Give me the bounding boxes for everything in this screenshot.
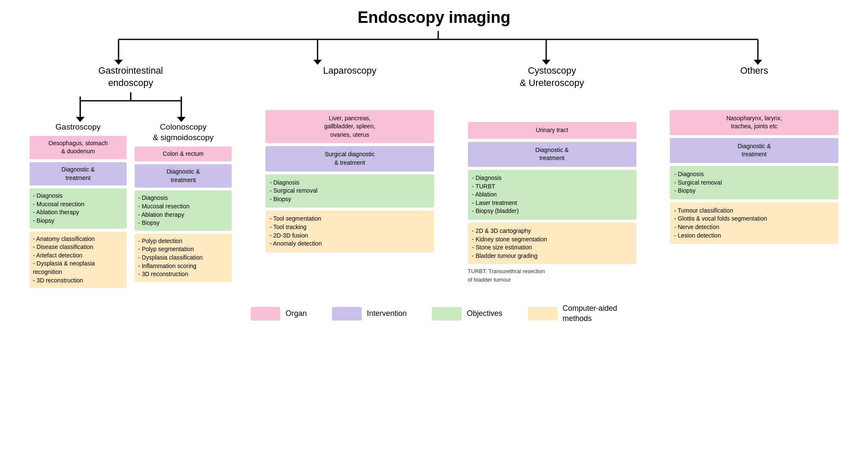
legend-computer-box (528, 307, 558, 321)
column-gi: Gastrointestinal endoscopy Gastrosc (30, 65, 232, 291)
svg-marker-13 (76, 117, 85, 122)
gi-branch-svg (30, 92, 232, 122)
legend-intervention-box (332, 307, 362, 321)
legend-objectives-label: Objectives (467, 309, 502, 318)
laparoscopy-organ: Liver, pancreas, gallbladder, spleen, ov… (265, 110, 434, 144)
cystoscopy-intervention: Diagnostic & treatment (468, 142, 636, 167)
colonoscopy-organ: Colon & rectum (135, 147, 232, 162)
cystoscopy-title: Cystoscopy & Ureteroscopy (520, 65, 584, 89)
legend-computer-label: Computer-aided methods (563, 304, 617, 323)
others-organ: Nasopharynx, larynx, trachea, joints etc (670, 110, 838, 135)
svg-marker-14 (177, 117, 186, 122)
cystoscopy-objectives: - Diagnosis - TURBT - Ablation - Laser t… (468, 170, 636, 220)
svg-marker-8 (754, 60, 762, 65)
cystoscopy-computer: - 2D & 3D cartography - Kidney stone seg… (468, 223, 636, 264)
laparoscopy-title: Laparoscopy (323, 65, 376, 77)
colonoscopy-intervention: Diagnostic & treatment (135, 164, 232, 188)
svg-marker-6 (313, 60, 322, 65)
columns-container: Gastrointestinal endoscopy Gastrosc (8, 65, 860, 291)
others-computer: - Tumour classification - Glottis & voca… (670, 202, 838, 244)
cystoscopy-organ: Urinary tract (468, 122, 636, 139)
legend-objectives-box (432, 307, 462, 321)
gastroscopy-organ: Oesophagus, stomach & duodenum (30, 136, 127, 159)
legend-organ-label: Organ (285, 309, 307, 318)
laparoscopy-intervention: Surgical diagnostic & treatment (265, 146, 434, 171)
colonoscopy-computer: - Polyp detection - Polyp segmentation -… (135, 234, 232, 282)
others-title: Others (740, 65, 768, 77)
top-connecting-lines (8, 31, 860, 65)
cystoscopy-note: TURBT: Transurethral resection of bladde… (468, 267, 636, 284)
main-title: Endoscopy imaging (8, 8, 860, 27)
legend: Organ Intervention Objectives Computer-a… (8, 304, 860, 323)
gastroscopy-computer: - Anatomy classification - Disease class… (30, 232, 127, 288)
legend-computer: Computer-aided methods (528, 304, 617, 323)
colonoscopy-column: Colonoscopy & sigmoidoscopy Colon & rect… (135, 122, 232, 291)
svg-marker-7 (542, 60, 550, 65)
legend-objectives: Objectives (432, 307, 502, 321)
gi-title: Gastrointestinal endoscopy (98, 65, 163, 89)
laparoscopy-computer: - Tool segmentation - Tool tracking - 2D… (265, 210, 434, 252)
gastroscopy-intervention: Diagnostic & treatment (30, 162, 127, 185)
others-objectives: - Diagnosis - Surgical removal - Biopsy (670, 166, 838, 199)
column-laparoscopy: Laparoscopy Liver, pancreas, gallbladder… (265, 65, 434, 255)
gastroscopy-objectives: - Diagnosis - Mucosal resection - Ablati… (30, 188, 127, 228)
svg-marker-5 (114, 60, 123, 65)
column-others: Others Nasopharynx, larynx, trachea, joi… (670, 65, 838, 247)
gastroscopy-title: Gastroscopy (55, 122, 101, 133)
laparoscopy-objectives: - Diagnosis - Surgical removal - Biopsy (265, 174, 434, 208)
gi-sub-columns: Gastroscopy Oesophagus, stomach & duoden… (30, 122, 232, 291)
column-cystoscopy: Cystoscopy & Ureteroscopy Urinary tract … (468, 65, 636, 284)
gastroscopy-column: Gastroscopy Oesophagus, stomach & duoden… (30, 122, 127, 291)
legend-organ: Organ (251, 307, 307, 321)
main-container: Endoscopy imaging Gastrointestinal endos… (8, 8, 860, 323)
legend-intervention: Intervention (332, 307, 406, 321)
colonoscopy-objectives: - Diagnosis - Mucosal resection - Ablati… (135, 191, 232, 230)
others-intervention: Diagnostic & treatment (670, 138, 838, 163)
colonoscopy-title: Colonoscopy & sigmoidoscopy (153, 122, 214, 143)
legend-organ-box (251, 307, 280, 321)
legend-intervention-label: Intervention (367, 309, 406, 318)
